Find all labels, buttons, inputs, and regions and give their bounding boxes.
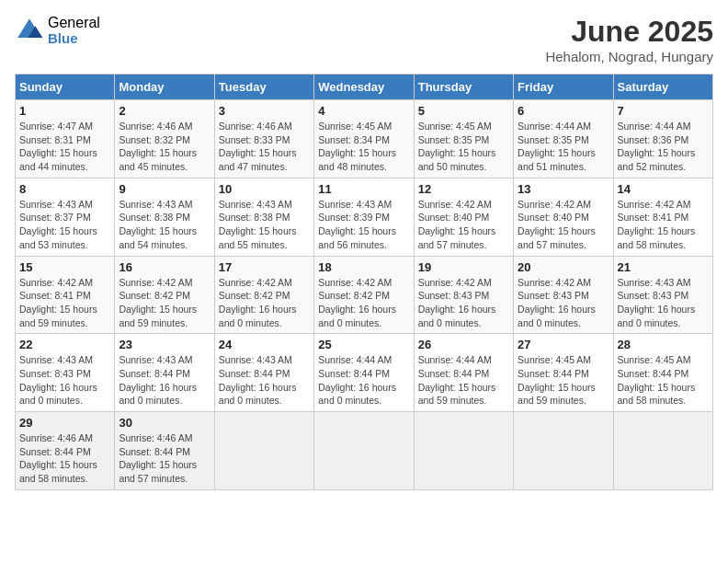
calendar-cell: 22Sunrise: 4:43 AM Sunset: 8:43 PM Dayli… (16, 334, 115, 412)
calendar-cell: 24Sunrise: 4:43 AM Sunset: 8:44 PM Dayli… (214, 334, 313, 412)
calendar-cell: 6Sunrise: 4:44 AM Sunset: 8:35 PM Daylig… (514, 100, 613, 178)
day-info: Sunrise: 4:42 AM Sunset: 8:41 PM Dayligh… (19, 276, 110, 330)
day-info: Sunrise: 4:45 AM Sunset: 8:34 PM Dayligh… (318, 120, 409, 174)
day-number: 2 (119, 104, 210, 118)
calendar-cell: 21Sunrise: 4:43 AM Sunset: 8:43 PM Dayli… (613, 256, 712, 334)
day-number: 18 (318, 260, 409, 274)
day-info: Sunrise: 4:42 AM Sunset: 8:42 PM Dayligh… (318, 276, 409, 330)
day-info: Sunrise: 4:44 AM Sunset: 8:35 PM Dayligh… (518, 120, 609, 174)
header-friday: Friday (514, 75, 613, 100)
day-number: 27 (518, 338, 609, 351)
day-number: 20 (518, 260, 609, 274)
day-info: Sunrise: 4:42 AM Sunset: 8:43 PM Dayligh… (518, 276, 609, 330)
day-headers: Sunday Monday Tuesday Wednesday Thursday… (16, 75, 713, 100)
day-number: 30 (119, 416, 210, 430)
calendar-cell (613, 412, 712, 490)
calendar-cell (514, 412, 613, 490)
day-number: 16 (119, 260, 210, 274)
day-info: Sunrise: 4:44 AM Sunset: 8:44 PM Dayligh… (318, 353, 409, 408)
calendar-cell: 12Sunrise: 4:42 AM Sunset: 8:40 PM Dayli… (414, 178, 513, 256)
day-info: Sunrise: 4:43 AM Sunset: 8:39 PM Dayligh… (318, 198, 409, 252)
day-info: Sunrise: 4:42 AM Sunset: 8:40 PM Dayligh… (418, 198, 509, 252)
calendar-cell: 26Sunrise: 4:44 AM Sunset: 8:44 PM Dayli… (414, 334, 513, 412)
day-info: Sunrise: 4:46 AM Sunset: 8:32 PM Dayligh… (119, 120, 210, 174)
day-info: Sunrise: 4:42 AM Sunset: 8:41 PM Dayligh… (618, 198, 709, 252)
day-number: 14 (618, 182, 709, 196)
calendar-cell (214, 412, 313, 490)
day-number: 7 (618, 104, 709, 118)
day-number: 29 (19, 416, 110, 430)
day-info: Sunrise: 4:42 AM Sunset: 8:43 PM Dayligh… (418, 276, 509, 330)
day-info: Sunrise: 4:42 AM Sunset: 8:40 PM Dayligh… (518, 198, 609, 252)
header-tuesday: Tuesday (214, 75, 313, 100)
day-number: 9 (119, 182, 210, 196)
calendar-cell: 29Sunrise: 4:46 AM Sunset: 8:44 PM Dayli… (16, 412, 115, 490)
calendar-cell: 5Sunrise: 4:45 AM Sunset: 8:35 PM Daylig… (414, 100, 513, 178)
day-number: 5 (418, 104, 509, 118)
day-number: 19 (418, 260, 509, 274)
day-number: 28 (618, 338, 709, 351)
day-number: 13 (518, 182, 609, 196)
calendar-cell: 18Sunrise: 4:42 AM Sunset: 8:42 PM Dayli… (314, 256, 414, 334)
day-number: 26 (418, 338, 509, 351)
day-info: Sunrise: 4:43 AM Sunset: 8:44 PM Dayligh… (119, 353, 210, 408)
calendar-week-5: 29Sunrise: 4:46 AM Sunset: 8:44 PM Dayli… (16, 412, 713, 490)
day-info: Sunrise: 4:42 AM Sunset: 8:42 PM Dayligh… (119, 276, 210, 330)
day-number: 12 (418, 182, 509, 196)
day-number: 8 (19, 182, 110, 196)
header-monday: Monday (115, 75, 214, 100)
day-info: Sunrise: 4:44 AM Sunset: 8:36 PM Dayligh… (618, 120, 709, 174)
day-info: Sunrise: 4:45 AM Sunset: 8:35 PM Dayligh… (418, 120, 509, 174)
month-title: June 2025 (545, 15, 713, 49)
calendar-cell: 15Sunrise: 4:42 AM Sunset: 8:41 PM Dayli… (16, 256, 115, 334)
calendar-cell: 13Sunrise: 4:42 AM Sunset: 8:40 PM Dayli… (514, 178, 613, 256)
day-info: Sunrise: 4:45 AM Sunset: 8:44 PM Dayligh… (618, 353, 709, 408)
day-info: Sunrise: 4:43 AM Sunset: 8:38 PM Dayligh… (219, 198, 310, 252)
header-saturday: Saturday (613, 75, 712, 100)
day-number: 15 (19, 260, 110, 274)
day-info: Sunrise: 4:45 AM Sunset: 8:44 PM Dayligh… (518, 353, 609, 408)
calendar-cell: 7Sunrise: 4:44 AM Sunset: 8:36 PM Daylig… (613, 100, 712, 178)
day-info: Sunrise: 4:46 AM Sunset: 8:33 PM Dayligh… (219, 120, 310, 174)
calendar-cell: 1Sunrise: 4:47 AM Sunset: 8:31 PM Daylig… (16, 100, 115, 178)
calendar-cell: 25Sunrise: 4:44 AM Sunset: 8:44 PM Dayli… (314, 334, 414, 412)
day-info: Sunrise: 4:47 AM Sunset: 8:31 PM Dayligh… (19, 120, 110, 174)
logo-text: General Blue (48, 15, 100, 46)
calendar-cell: 30Sunrise: 4:46 AM Sunset: 8:44 PM Dayli… (115, 412, 214, 490)
calendar-cell: 17Sunrise: 4:42 AM Sunset: 8:42 PM Dayli… (214, 256, 313, 334)
logo-blue: Blue (48, 31, 100, 47)
header-thursday: Thursday (414, 75, 513, 100)
day-number: 6 (518, 104, 609, 118)
calendar-cell: 19Sunrise: 4:42 AM Sunset: 8:43 PM Dayli… (414, 256, 513, 334)
day-info: Sunrise: 4:43 AM Sunset: 8:37 PM Dayligh… (19, 198, 110, 252)
day-number: 11 (318, 182, 409, 196)
calendar-cell: 28Sunrise: 4:45 AM Sunset: 8:44 PM Dayli… (613, 334, 712, 412)
calendar-week-4: 22Sunrise: 4:43 AM Sunset: 8:43 PM Dayli… (16, 334, 713, 412)
day-info: Sunrise: 4:44 AM Sunset: 8:44 PM Dayligh… (418, 353, 509, 408)
calendar-cell: 14Sunrise: 4:42 AM Sunset: 8:41 PM Dayli… (613, 178, 712, 256)
day-number: 3 (219, 104, 310, 118)
day-number: 21 (618, 260, 709, 274)
calendar-week-2: 8Sunrise: 4:43 AM Sunset: 8:37 PM Daylig… (16, 178, 713, 256)
calendar-cell: 16Sunrise: 4:42 AM Sunset: 8:42 PM Dayli… (115, 256, 214, 334)
day-info: Sunrise: 4:43 AM Sunset: 8:38 PM Dayligh… (119, 198, 210, 252)
day-info: Sunrise: 4:46 AM Sunset: 8:44 PM Dayligh… (119, 431, 210, 486)
calendar-cell: 9Sunrise: 4:43 AM Sunset: 8:38 PM Daylig… (115, 178, 214, 256)
calendar-week-3: 15Sunrise: 4:42 AM Sunset: 8:41 PM Dayli… (16, 256, 713, 334)
calendar-cell: 2Sunrise: 4:46 AM Sunset: 8:32 PM Daylig… (115, 100, 214, 178)
calendar-cell: 20Sunrise: 4:42 AM Sunset: 8:43 PM Dayli… (514, 256, 613, 334)
day-number: 1 (19, 104, 110, 118)
calendar-cell: 23Sunrise: 4:43 AM Sunset: 8:44 PM Dayli… (115, 334, 214, 412)
day-info: Sunrise: 4:43 AM Sunset: 8:44 PM Dayligh… (219, 353, 310, 408)
logo: General Blue (15, 15, 100, 46)
logo-general: General (48, 15, 100, 31)
calendar-cell: 4Sunrise: 4:45 AM Sunset: 8:34 PM Daylig… (314, 100, 414, 178)
day-info: Sunrise: 4:42 AM Sunset: 8:42 PM Dayligh… (219, 276, 310, 330)
location-title: Hehalom, Nograd, Hungary (545, 49, 713, 64)
day-info: Sunrise: 4:43 AM Sunset: 8:43 PM Dayligh… (19, 353, 110, 408)
title-area: June 2025 Hehalom, Nograd, Hungary (545, 15, 713, 64)
day-number: 24 (219, 338, 310, 351)
day-number: 4 (318, 104, 409, 118)
header: General Blue June 2025 Hehalom, Nograd, … (15, 15, 713, 64)
header-sunday: Sunday (16, 75, 115, 100)
